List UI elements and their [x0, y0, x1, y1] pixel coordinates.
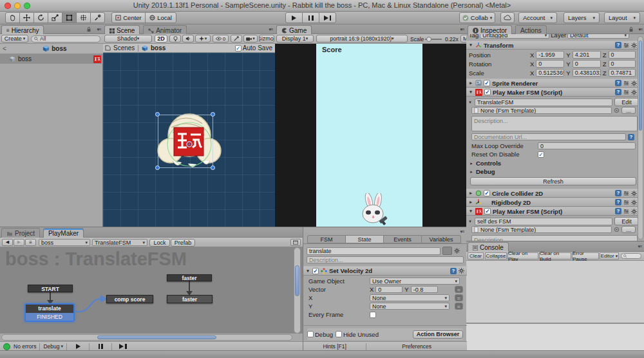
- fsm-step-button[interactable]: [115, 344, 131, 349]
- state-color-swatch[interactable]: [442, 247, 452, 255]
- x-variable-dropdown[interactable]: None▾: [370, 294, 450, 301]
- shading-mode-dropdown[interactable]: Shaded▾: [104, 35, 152, 42]
- max-loop-field[interactable]: 0: [538, 142, 636, 149]
- gear-icon[interactable]: [454, 248, 460, 254]
- pane-menu-icon[interactable]: ▾≡: [638, 27, 642, 32]
- pane-menu-icon[interactable]: ▾≡: [638, 244, 641, 249]
- position-x-field[interactable]: -1.959: [536, 51, 564, 59]
- layout-dropdown[interactable]: Layout▾: [604, 12, 640, 23]
- auto-save-toggle[interactable]: ✓Auto Save: [235, 44, 272, 52]
- fsm-select-dropdown[interactable]: TranslateFSM▾: [92, 239, 147, 246]
- tab-events[interactable]: Events: [383, 235, 422, 243]
- tab-project[interactable]: Project: [1, 228, 40, 238]
- scale-slider-knob[interactable]: [426, 37, 431, 42]
- layers-dropdown[interactable]: Layers▾: [564, 12, 600, 23]
- graph-menu-button[interactable]: ≡: [25, 239, 36, 246]
- transform-tool-button[interactable]: [76, 12, 91, 23]
- scale-y-field[interactable]: 0.4381031: [573, 69, 601, 77]
- lock-icon[interactable]: [629, 26, 634, 32]
- 2d-toggle-button[interactable]: 2D: [155, 35, 167, 42]
- move-tool-button[interactable]: [19, 12, 34, 23]
- scale-tool-button[interactable]: [48, 12, 62, 23]
- position-y-field[interactable]: 4.201: [573, 51, 601, 59]
- help-icon[interactable]: ?: [615, 80, 621, 86]
- gizmos-dropdown[interactable]: Gizmos: [259, 35, 274, 42]
- game-object-dropdown[interactable]: Use Owner▾: [370, 278, 460, 285]
- clear-on-build-button[interactable]: Clear on Build: [539, 252, 571, 259]
- tab-console[interactable]: Console: [468, 242, 509, 252]
- inspector-scrollbar-thumb[interactable]: [639, 41, 642, 131]
- action-header[interactable]: ▾ ✓ Set Velocity 2d ?: [303, 266, 467, 276]
- effects-dropdown[interactable]: ▾: [195, 35, 211, 42]
- rigidbody-header[interactable]: ▸ Rigidbody 2D ?: [466, 198, 639, 207]
- fsm2-template-field[interactable]: None (Fsm Template): [471, 226, 612, 233]
- hidden-objects-button[interactable]: 0: [213, 35, 229, 42]
- console-search-input[interactable]: [621, 253, 641, 259]
- fsm-node-comp-score[interactable]: comp score: [106, 295, 153, 303]
- tab-state[interactable]: State: [345, 235, 384, 243]
- x-variable-toggle[interactable]: =: [455, 294, 463, 301]
- pane-menu-icon[interactable]: ▾≡: [269, 27, 272, 32]
- component-enabled-checkbox[interactable]: ✓: [484, 208, 491, 214]
- breadcrumb-back-icon[interactable]: <: [3, 45, 6, 52]
- help-icon[interactable]: ?: [615, 42, 621, 48]
- tools-button[interactable]: [231, 35, 242, 42]
- hide-unused-toggle[interactable]: Hide Unused: [336, 331, 379, 338]
- selection-handle[interactable]: [211, 165, 215, 170]
- lock-button[interactable]: Lock: [149, 239, 170, 247]
- fsm-node-start[interactable]: START: [28, 285, 73, 292]
- fsm1-docurl-field[interactable]: Documentation Url...: [471, 133, 626, 140]
- playmaker-fsm2-header[interactable]: ▾ ✓ Play Maker FSM (Script) ?: [466, 207, 639, 216]
- every-frame-checkbox[interactable]: [370, 312, 376, 318]
- fsm-play-button[interactable]: [70, 344, 86, 349]
- step-button[interactable]: [319, 12, 336, 23]
- preset-icon[interactable]: [623, 80, 629, 86]
- lighting-toggle-button[interactable]: [169, 35, 181, 42]
- action-browser-button[interactable]: Action Browser: [413, 330, 463, 339]
- pivot-center-button[interactable]: Center: [111, 12, 146, 23]
- tab-playmaker[interactable]: PlayMaker: [43, 228, 84, 238]
- selection-handle[interactable]: [155, 165, 160, 170]
- sprite-renderer-header[interactable]: ▸ ✓ Sprite Renderer ?: [466, 79, 639, 88]
- console-log-list[interactable]: [466, 261, 644, 323]
- collab-button[interactable]: Collab▾: [459, 12, 495, 23]
- help-icon[interactable]: ?: [615, 199, 621, 205]
- gear-icon[interactable]: [631, 200, 637, 205]
- fsm-pause-button[interactable]: [93, 344, 108, 349]
- hints-button[interactable]: Hints [F1]: [303, 343, 366, 350]
- scene-viewport[interactable]: [103, 53, 275, 227]
- pane-menu-icon[interactable]: ▾≡: [460, 27, 464, 32]
- graph-vscrollbar[interactable]: [294, 247, 301, 334]
- hierarchy-row-boss[interactable]: boss: [0, 54, 103, 64]
- selection-handle[interactable]: [211, 112, 215, 117]
- play-button[interactable]: [285, 12, 303, 23]
- fsm1-description-field[interactable]: Description...: [471, 116, 638, 131]
- help-icon[interactable]: ?: [615, 208, 621, 214]
- gear-icon[interactable]: [631, 42, 637, 48]
- state-description-field[interactable]: Description...: [307, 256, 464, 263]
- preset-icon[interactable]: [623, 191, 629, 196]
- pause-button[interactable]: [302, 12, 319, 23]
- tab-variables[interactable]: Variables: [421, 235, 461, 243]
- vector-variable-toggle[interactable]: =: [455, 286, 463, 293]
- fsm-graph-canvas[interactable]: boss : TranslateFSM START translate FINI…: [0, 247, 303, 334]
- aspect-dropdown[interactable]: portrait 16:9 (1080x1920)▾: [316, 35, 408, 42]
- preset-icon[interactable]: [623, 200, 629, 205]
- pivot-local-button[interactable]: Local: [145, 12, 176, 23]
- fsm1-template-browse-button[interactable]: ...: [621, 107, 636, 114]
- help-icon[interactable]: ?: [450, 268, 457, 274]
- tab-fsm[interactable]: FSM: [307, 235, 346, 243]
- fsm2-name-field[interactable]: self des FSM: [475, 218, 612, 225]
- rotation-z-field[interactable]: 0: [609, 60, 636, 68]
- reset-on-disable-checkbox[interactable]: ✓: [538, 151, 544, 158]
- help-icon[interactable]: ?: [615, 89, 621, 95]
- scale-z-field[interactable]: 0.74871: [609, 69, 636, 77]
- action-enabled-checkbox[interactable]: ✓: [312, 268, 319, 274]
- fsm1-template-field[interactable]: None (Fsm Template): [471, 107, 612, 114]
- pane-menu-icon[interactable]: ▾≡: [460, 229, 464, 234]
- circle-collider-header[interactable]: ▸ ✓ Circle Collider 2D ?: [466, 189, 639, 198]
- fsm-node-translate[interactable]: translate FINISHED: [24, 303, 75, 322]
- error-pause-button[interactable]: Error Pause: [572, 252, 599, 259]
- preset-icon[interactable]: [623, 42, 629, 48]
- lock-icon[interactable]: [86, 26, 91, 32]
